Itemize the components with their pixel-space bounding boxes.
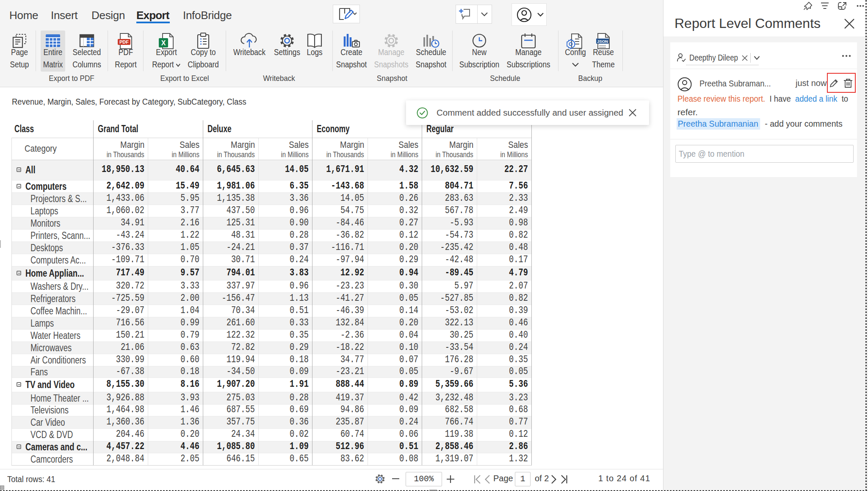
svg-text:PDF: PDF (119, 39, 129, 44)
svg-text:JSON: JSON (597, 39, 608, 44)
svg-text:X: X (161, 39, 166, 47)
